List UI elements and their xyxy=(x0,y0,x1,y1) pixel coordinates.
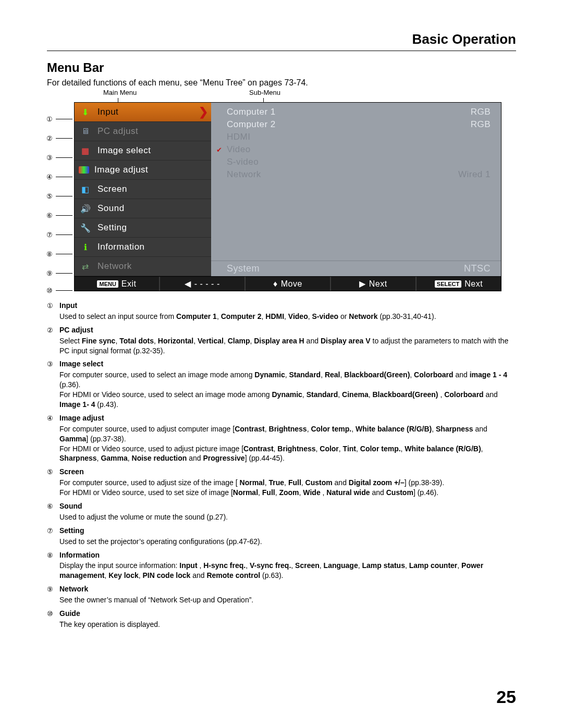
sound-icon: 🔊 xyxy=(79,203,92,214)
system-value: NTSC xyxy=(464,263,491,274)
menu-item-label: Information xyxy=(97,242,145,252)
select-button-icon: SELECT xyxy=(435,280,461,288)
desc-item: ①InputUsed to select an input source fro… xyxy=(47,301,516,324)
desc-item: ⑦SettingUsed to set the projector’s oper… xyxy=(47,526,516,549)
main-menu-item-pc-adjust[interactable]: 🖥PC adjust xyxy=(75,122,211,141)
sub-menu: Computer 1RGBComputer 2RGBHDMIVideoS-vid… xyxy=(211,103,501,276)
system-row: System NTSC xyxy=(211,261,501,276)
desc-item: ④Image adjustFor computer source, used t… xyxy=(47,413,516,465)
desc-number: ⑦ xyxy=(47,526,59,549)
menu-item-label: PC adjust xyxy=(97,126,138,137)
callout-6: ⑥ xyxy=(45,206,72,225)
sub-menu-item-hdmi[interactable]: HDMI xyxy=(211,131,501,143)
setting-icon: 🔧 xyxy=(79,222,92,233)
desc-title: Image select xyxy=(59,359,516,369)
main-menu-item-sound[interactable]: 🔊Sound xyxy=(75,199,211,218)
desc-number: ② xyxy=(47,325,59,358)
main-menu-label: Main Menu xyxy=(103,89,137,96)
desc-number: ⑨ xyxy=(47,584,59,607)
callout-3: ③ xyxy=(45,148,72,167)
desc-item: ⑨NetworkSee the owner’s manual of “Netwo… xyxy=(47,584,516,607)
sub-menu-item-s-video[interactable]: S-video xyxy=(211,156,501,168)
menu-item-label: Input xyxy=(97,107,118,117)
sub-menu-item-computer-1[interactable]: Computer 1RGB xyxy=(211,106,501,118)
main-menu-item-screen[interactable]: ◧Screen xyxy=(75,180,211,199)
desc-item: ⑧InformationDisplay the input source inf… xyxy=(47,550,516,583)
desc-title: Input xyxy=(59,301,516,311)
desc-item: ③Image selectFor computer source, used t… xyxy=(47,359,516,411)
menu-labels: Main Menu Sub-Menu xyxy=(47,89,516,100)
main-menu-item-image-select[interactable]: ▦Image select xyxy=(75,141,211,161)
imgsel-icon: ▦ xyxy=(79,145,92,156)
desc-title: Image adjust xyxy=(59,413,516,423)
desc-text: Used to select an input source from Comp… xyxy=(59,312,516,322)
osd-screenshot: ⬇Input❯🖥PC adjust▦Image selectImage adju… xyxy=(74,102,501,291)
desc-text: Select Fine sync, Total dots, Horizontal… xyxy=(59,336,516,356)
desc-title: Sound xyxy=(59,501,516,511)
description-list: ①InputUsed to select an input source fro… xyxy=(47,301,516,632)
callout-2: ② xyxy=(45,129,72,148)
main-menu-item-input[interactable]: ⬇Input❯ xyxy=(75,103,211,122)
desc-title: Guide xyxy=(59,609,516,619)
screen-icon: ◧ xyxy=(79,183,92,195)
desc-text: Display the input source information: In… xyxy=(59,561,516,581)
sub-item-label: S-video xyxy=(227,157,259,167)
menu-item-label: Image adjust xyxy=(94,165,148,175)
callout-1: ① xyxy=(45,109,72,129)
desc-text: Used to adjust the volume or mute the so… xyxy=(59,512,516,522)
sub-menu-label: Sub-Menu xyxy=(249,89,280,96)
desc-number: ⑤ xyxy=(47,467,59,500)
main-menu-item-image-adjust[interactable]: Image adjust xyxy=(75,161,211,180)
guide-exit: MENU Exit xyxy=(75,277,160,291)
desc-item: ②PC adjustSelect Fine sync, Total dots, … xyxy=(47,325,516,358)
menu-button-icon: MENU xyxy=(97,280,118,288)
sub-item-value: RGB xyxy=(471,119,491,130)
menu-item-label: Image select xyxy=(97,145,151,156)
desc-title: PC adjust xyxy=(59,325,516,335)
desc-text: For computer source, used to select an i… xyxy=(59,370,516,410)
guide-move: ♦ Move xyxy=(246,277,331,291)
menu-item-label: Screen xyxy=(97,184,127,194)
sub-menu-item-network[interactable]: NetworkWired 1 xyxy=(211,168,501,181)
guide-next: ▶ Next xyxy=(331,277,417,291)
main-menu-item-information[interactable]: ℹInformation xyxy=(75,238,211,257)
sub-item-value: Wired 1 xyxy=(458,169,491,180)
info-icon: ℹ xyxy=(79,241,92,253)
sub-menu-item-computer-2[interactable]: Computer 2RGB xyxy=(211,118,501,131)
chevron-right-icon: ❯ xyxy=(199,105,209,119)
desc-item: ⑩GuideThe key operation is displayed. xyxy=(47,609,516,632)
sub-item-label: Computer 2 xyxy=(227,119,276,130)
desc-text: See the owner’s manual of “Network Set-u… xyxy=(59,595,516,605)
desc-title: Screen xyxy=(59,467,516,477)
desc-title: Setting xyxy=(59,526,516,536)
system-label: System xyxy=(227,263,260,274)
sub-item-value: RGB xyxy=(471,107,491,117)
main-menu-item-network[interactable]: ⇄Network xyxy=(75,257,211,276)
pc-icon: 🖥 xyxy=(79,126,92,137)
desc-number: ⑩ xyxy=(47,609,59,632)
page-title: Menu Bar xyxy=(47,60,516,75)
callout-9: ⑨ xyxy=(45,264,72,283)
desc-item: ⑥SoundUsed to adjust the volume or mute … xyxy=(47,501,516,524)
callout-numbers: ①②③④⑤⑥⑦⑧⑨⑩ xyxy=(45,109,72,298)
guide-select-next: SELECT Next xyxy=(417,277,501,291)
desc-number: ① xyxy=(47,301,59,324)
sub-item-label: Video xyxy=(227,144,251,155)
network-icon: ⇄ xyxy=(79,261,92,272)
desc-title: Network xyxy=(59,584,516,594)
sub-menu-item-video[interactable]: Video xyxy=(211,143,501,156)
callout-10: ⑩ xyxy=(45,283,72,298)
callout-8: ⑧ xyxy=(45,244,72,264)
desc-text: The key operation is displayed. xyxy=(59,620,516,630)
main-menu-item-setting[interactable]: 🔧Setting xyxy=(75,218,211,238)
desc-item: ⑤ScreenFor computer source, used to adju… xyxy=(47,467,516,500)
sub-item-label: Network xyxy=(227,169,261,180)
desc-number: ④ xyxy=(47,413,59,465)
menu-item-label: Sound xyxy=(97,203,125,214)
guide-bar: MENU Exit ◀ - - - - - ♦ Move ▶ Next SELE… xyxy=(75,276,501,291)
input-icon: ⬇ xyxy=(79,106,92,118)
sub-item-label: Computer 1 xyxy=(227,107,276,117)
desc-number: ⑧ xyxy=(47,550,59,583)
sub-item-label: HDMI xyxy=(227,132,250,142)
menu-item-label: Network xyxy=(97,261,132,272)
